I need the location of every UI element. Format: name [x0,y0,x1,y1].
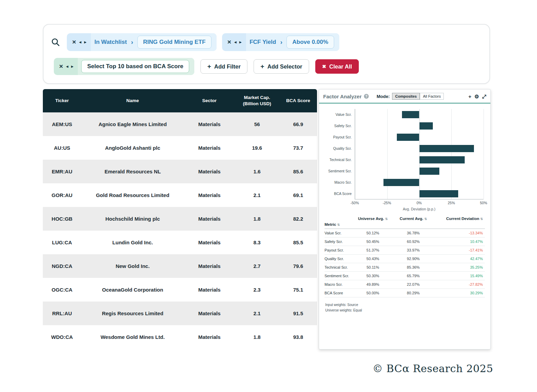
cell-sector: Materials [184,136,235,160]
chip-body[interactable]: Select Top 10 based on BCA Score [78,58,194,75]
cell-mktcap: 1.8 [235,325,279,349]
table-row[interactable]: WDO:CAWesdome Gold Mines Ltd.Materials1.… [43,325,317,349]
sort-icon: ⇅ [385,217,388,221]
caret-left-icon[interactable]: ◀ [66,65,69,68]
add-filter-button[interactable]: + Add Filter [200,59,247,74]
caret-right-icon[interactable]: ▶ [84,40,87,44]
chart-bar [419,145,474,152]
caret-right-icon[interactable]: ▶ [239,40,242,44]
cell-score: 75.1 [279,278,317,302]
cell-sector: Materials [184,325,235,349]
chart-bar [397,134,419,141]
table-row[interactable]: AEM:USAgnico Eagle Mines LimitedMaterial… [43,112,317,136]
metrics-header-dev[interactable]: Current Deviation⇅ [432,217,485,221]
chart-category-label: Quality Scr. [320,143,355,154]
chip-value[interactable]: Above 0.00% [286,36,334,49]
stock-table: TickerNameSectorMarket Cap.(Billion USD)… [43,89,317,349]
header-cell-name[interactable]: Name [81,89,184,112]
current-deviation-value: 35.25% [432,265,485,269]
cell-name: Agnico Eagle Mines Limited [81,112,184,136]
metrics-header-current[interactable]: Current Avg.⇅ [394,217,432,221]
caret-left-icon[interactable]: ◀ [79,40,82,44]
add-selector-button[interactable]: + Add Selector [254,59,309,74]
chip-body[interactable]: In Watchlist › RING Gold Mining ETF [91,33,216,51]
clear-icon: ✖ [322,64,326,69]
cell-sector: Materials [184,278,235,302]
info-icon[interactable]: ? [364,94,369,99]
add-selector-label: Add Selector [267,63,302,70]
table-row[interactable]: EMR:AUEmerald Resources NLMaterials1.685… [43,160,317,183]
selector-value[interactable]: Select Top 10 based on BCA Score [81,60,189,73]
chip-value[interactable]: RING Gold Mining ETF [137,36,211,49]
universe-avg-value: 51.37% [351,248,394,252]
current-deviation-value: -27.82% [432,282,485,286]
gear-icon[interactable]: ⚙ [475,94,479,99]
cell-score: 93.8 [279,325,317,349]
table-header: TickerNameSectorMarket Cap.(Billion USD)… [43,89,317,112]
metrics-header-universe[interactable]: Universe Avg.⇅ [351,217,394,221]
header-cell-mktcap[interactable]: Market Cap.(Billion USD) [235,89,279,112]
mode-option-all-factors[interactable]: All Factors [420,93,444,100]
universe-avg-value: 50.00% [351,291,394,295]
chip-field-label: In Watchlist [94,39,127,46]
chart-bar [383,179,419,186]
current-deviation-value: 10.47% [432,240,485,244]
metric-row: Quality Scr.50.43%92.90%42.47% [325,255,485,263]
chevron-right-icon: › [280,38,282,46]
plus-icon: + [260,63,264,70]
cell-ticker: EMR:AU [43,160,81,183]
clear-all-button[interactable]: ✖ Clear All [315,59,359,74]
cell-mktcap: 1.8 [235,207,279,231]
expand-icon[interactable]: ⤢ [482,94,486,99]
cell-mktcap: 2.1 [235,183,279,207]
current-deviation-value: 30.29% [432,291,485,295]
table-row[interactable]: NGD:CANew Gold Inc.Materials2.779.6 [43,254,317,278]
table-row[interactable]: AU:USAngloGold Ashanti plcMaterials19.67… [43,136,317,160]
metrics-header-metric[interactable]: Metric⇅ [325,222,351,226]
x-tick-label: 50% [480,201,487,205]
table-row[interactable]: LUG:CALundin Gold Inc.Materials8.385.5 [43,231,317,254]
header-label: Market Cap. [244,95,270,101]
mode-option-composites[interactable]: Composites [392,93,420,100]
header-cell-score[interactable]: BCA Score [279,89,317,112]
metric-name: Sentiment Scr. [325,274,351,278]
chip-body[interactable]: FCF Yield › Above 0.00% [246,33,339,51]
chart-plot [355,109,484,199]
metric-row: BCA Score50.00%80.29%30.29% [325,289,485,297]
close-icon[interactable]: ✕ [72,39,76,45]
cell-score: 91.5 [279,302,317,325]
table-row[interactable]: GOR:AUGold Road Resources LimitedMateria… [43,183,317,207]
filter-row-2: ✕ ◀ ▶ Select Top 10 based on BCA Score +… [54,58,489,75]
cell-name: Hochschild Mining plc [81,207,184,231]
search-button[interactable] [50,38,61,47]
chart-bar [419,190,459,197]
chart-xticks: -50%-25%0%25%50% [355,201,484,206]
x-tick-label: -25% [383,201,391,205]
factor-toolbar: + ⚙ ⤢ [468,94,486,99]
metric-row: Value Scr.50.12%36.78%-13.34% [325,229,485,237]
x-tick-label: 25% [448,201,455,205]
plus-icon[interactable]: + [468,94,472,99]
close-icon[interactable]: ✕ [59,63,63,70]
cell-ticker: LUG:CA [43,231,81,254]
close-icon[interactable]: ✕ [227,39,232,45]
current-avg-value: 80.29% [394,291,432,295]
footnote: Universe weights: Equal [325,308,485,313]
current-avg-value: 22.07% [394,282,432,286]
selector-chip: ✕ ◀ ▶ Select Top 10 based on BCA Score [54,58,194,75]
factor-analyzer-panel: Factor Analyzer ? Mode: Composites All F… [319,89,491,350]
caret-right-icon[interactable]: ▶ [71,65,74,68]
caret-left-icon[interactable]: ◀ [234,40,236,44]
cell-sector: Materials [184,231,235,254]
header-cell-ticker[interactable]: Ticker [43,89,81,112]
cell-ticker: RRL:AU [43,302,81,325]
metric-row: Payout Scr.51.37%33.97%-17.41% [325,246,485,255]
header-cell-sector[interactable]: Sector [184,89,235,112]
table-row[interactable]: HOC:GBHochschild Mining plcMaterials1.88… [43,207,317,231]
universe-avg-value: 49.89% [351,282,394,286]
cell-name: OceanaGold Corporation [81,278,184,302]
table-row[interactable]: RRL:AURegis Resources LimitedMaterials2.… [43,302,317,325]
chip-controls: ✕ ◀ ▶ [54,58,78,75]
table-row[interactable]: OGC:CAOceanaGold CorporationMaterials2.3… [43,278,317,302]
cell-ticker: AU:US [43,136,81,160]
